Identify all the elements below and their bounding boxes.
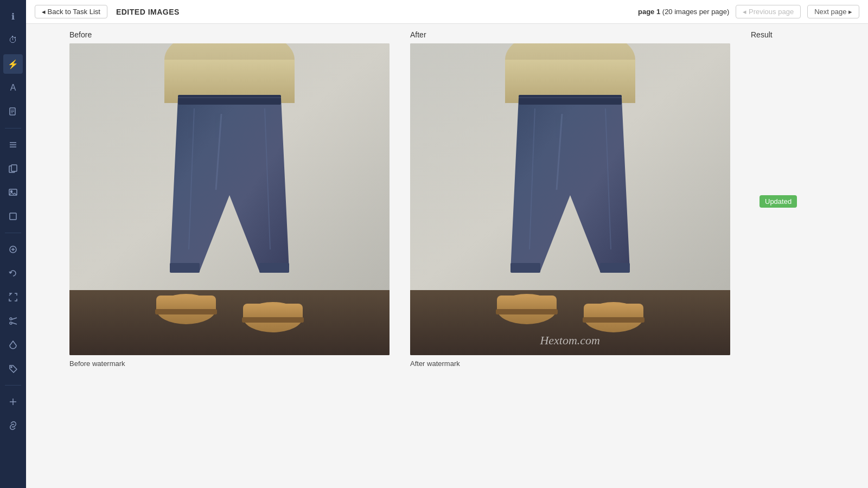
result-column-header: Result <box>751 30 859 39</box>
sidebar: ℹ ⏱ ⚡ A <box>0 0 26 488</box>
svg-rect-26 <box>178 95 281 105</box>
info-icon[interactable]: ℹ <box>3 7 23 26</box>
resize-icon[interactable] <box>3 287 23 307</box>
undo-icon[interactable] <box>3 264 23 283</box>
main-content: ◂ Back to Task List EDITED IMAGES page 1… <box>26 0 868 488</box>
before-jeans-svg <box>69 43 390 355</box>
svg-rect-40 <box>519 95 622 105</box>
tag2-icon[interactable] <box>3 359 23 378</box>
drop2-icon[interactable] <box>3 335 23 355</box>
page-title: EDITED IMAGES <box>116 8 180 16</box>
next-page-button[interactable]: Next page ▸ <box>807 5 859 18</box>
before-image-label: Before watermark <box>69 359 410 368</box>
add-item-icon[interactable] <box>3 392 23 412</box>
divider-3 <box>5 385 21 386</box>
bolt-icon[interactable]: ⚡ <box>3 54 23 74</box>
text-icon[interactable]: A <box>3 78 23 98</box>
svg-text:Hextom.com: Hextom.com <box>539 333 600 347</box>
svg-point-16 <box>10 322 12 324</box>
svg-rect-35 <box>242 317 304 323</box>
header-right: page 1 (20 images per page) ◂ Previous p… <box>638 5 859 18</box>
previous-page-button[interactable]: ◂ Previous page <box>736 5 801 18</box>
before-column-header: Before <box>69 30 410 39</box>
svg-line-17 <box>12 318 17 319</box>
after-image-label: After watermark <box>410 359 751 368</box>
after-image: Hextom.com <box>410 43 730 355</box>
svg-rect-49 <box>583 317 644 323</box>
divider-1 <box>5 128 21 129</box>
svg-rect-28 <box>170 263 200 273</box>
header: ◂ Back to Task List EDITED IMAGES page 1… <box>26 0 868 24</box>
svg-rect-11 <box>10 213 16 220</box>
svg-point-19 <box>11 367 12 368</box>
after-image-cell: Hextom.com After watermark <box>410 43 751 368</box>
image2-icon[interactable] <box>3 183 23 202</box>
svg-rect-8 <box>11 165 17 171</box>
content-area: Before After Result <box>26 24 868 488</box>
page-info: page 1 (20 images per page) <box>638 8 729 16</box>
clock-icon[interactable]: ⏱ <box>3 30 23 50</box>
after-jeans-svg: Hextom.com <box>410 43 730 355</box>
back-to-task-list-button[interactable]: ◂ Back to Task List <box>35 5 107 18</box>
svg-rect-43 <box>600 263 630 273</box>
link2-icon[interactable] <box>3 416 23 435</box>
divider-2 <box>5 233 21 233</box>
svg-rect-42 <box>510 263 540 273</box>
list-icon[interactable] <box>3 135 23 155</box>
image-comparison-row: Before watermark <box>26 43 868 368</box>
before-image <box>69 43 390 355</box>
svg-point-15 <box>10 318 12 320</box>
svg-line-18 <box>12 323 17 324</box>
svg-point-10 <box>11 191 12 192</box>
box2-icon[interactable] <box>3 207 23 226</box>
svg-rect-48 <box>496 309 558 314</box>
after-column-header: After <box>410 30 751 39</box>
svg-rect-29 <box>259 263 289 273</box>
result-cell: Updated <box>751 43 859 208</box>
column-headers: Before After Result <box>26 24 868 43</box>
document-icon[interactable] <box>3 102 23 121</box>
page-copy-icon[interactable] <box>3 159 23 178</box>
updated-badge: Updated <box>760 195 797 208</box>
plus-circle-icon[interactable] <box>3 240 23 259</box>
scissors-icon[interactable] <box>3 311 23 331</box>
svg-rect-34 <box>155 309 217 314</box>
svg-rect-23 <box>69 290 390 355</box>
before-image-cell: Before watermark <box>69 43 410 368</box>
